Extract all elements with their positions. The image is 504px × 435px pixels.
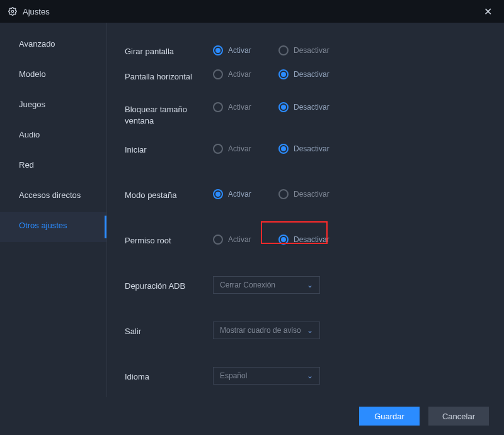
sidebar-item-red[interactable]: Red bbox=[0, 151, 106, 182]
setting-label: Idioma bbox=[125, 369, 213, 383]
select-exit[interactable]: Mostrar cuadro de aviso ⌄ bbox=[213, 322, 320, 339]
svg-point-0 bbox=[11, 10, 14, 13]
radio-label: Desactivar bbox=[294, 190, 331, 199]
select-value: Cerrar Conexión bbox=[220, 281, 275, 289]
row-locksize: Bloquear tamaño ventana Activar Desactiv… bbox=[125, 102, 486, 130]
select-value: Mostrar cuadro de aviso bbox=[220, 326, 301, 335]
settings-panel: Girar pantalla Activar Desactivar Pantal… bbox=[107, 23, 504, 397]
titlebar: Ajustes ✕ bbox=[0, 0, 504, 23]
radio-icon bbox=[278, 235, 289, 245]
sidebar-item-avanzado[interactable]: Avanzado bbox=[0, 30, 106, 61]
row-tabmode: Modo pestaña Activar Desactivar bbox=[125, 180, 486, 208]
setting-label: Permiso root bbox=[125, 233, 213, 246]
radio-icon bbox=[278, 102, 289, 112]
radio-deactivate[interactable]: Desactivar bbox=[278, 69, 331, 79]
radio-label: Activar bbox=[228, 103, 266, 112]
sidebar-item-otros[interactable]: Otros ajustes bbox=[0, 212, 106, 242]
radio-deactivate[interactable]: Desactivar bbox=[278, 235, 331, 245]
radio-label: Desactivar bbox=[294, 103, 331, 112]
cancel-button[interactable]: Cancelar bbox=[428, 407, 489, 426]
window-body: Avanzado Modelo Juegos Audio Red Accesos… bbox=[0, 23, 504, 397]
sidebar-item-label: Red bbox=[19, 160, 34, 170]
row-lang: Idioma Español ⌄ bbox=[125, 362, 486, 390]
setting-label: Pantalla horizontal bbox=[125, 69, 213, 83]
radio-group: Activar Desactivar bbox=[213, 102, 331, 112]
radio-activate[interactable]: Activar bbox=[213, 235, 266, 245]
radio-group: Activar Desactivar bbox=[213, 189, 331, 199]
row-adb: Depuración ADB Cerrar Conexión ⌄ bbox=[125, 271, 486, 299]
radio-label: Activar bbox=[228, 235, 266, 244]
row-rotate: Girar pantalla Activar Desactivar bbox=[125, 37, 486, 64]
sidebar-item-label: Accesos directos bbox=[19, 190, 81, 200]
sidebar: Avanzado Modelo Juegos Audio Red Accesos… bbox=[0, 23, 107, 397]
radio-icon bbox=[213, 144, 223, 154]
setting-label: Salir bbox=[125, 324, 213, 337]
radio-deactivate[interactable]: Desactivar bbox=[278, 189, 331, 199]
radio-icon bbox=[278, 45, 289, 55]
radio-group: Activar Desactivar bbox=[213, 144, 331, 154]
row-exit: Salir Mostrar cuadro de aviso ⌄ bbox=[125, 316, 486, 344]
radio-label: Desactivar bbox=[294, 70, 331, 79]
radio-label: Activar bbox=[228, 70, 266, 79]
row-start: Iniciar Activar Desactivar bbox=[125, 135, 486, 163]
radio-icon bbox=[278, 144, 289, 154]
sidebar-item-accesos[interactable]: Accesos directos bbox=[0, 182, 106, 212]
radio-activate[interactable]: Activar bbox=[213, 69, 266, 79]
sidebar-item-label: Audio bbox=[19, 130, 40, 139]
chevron-down-icon: ⌄ bbox=[307, 281, 313, 289]
row-root: Permiso root Activar Desactivar bbox=[125, 226, 486, 253]
radio-icon bbox=[278, 69, 289, 79]
gear-icon bbox=[8, 6, 18, 16]
radio-deactivate[interactable]: Desactivar bbox=[278, 45, 331, 55]
radio-deactivate[interactable]: Desactivar bbox=[278, 102, 331, 112]
radio-icon bbox=[213, 69, 223, 79]
radio-activate[interactable]: Activar bbox=[213, 45, 266, 55]
radio-activate[interactable]: Activar bbox=[213, 144, 266, 154]
chevron-down-icon: ⌄ bbox=[307, 371, 313, 380]
window-title: Ajustes bbox=[23, 7, 479, 16]
radio-icon bbox=[278, 189, 289, 199]
radio-label: Activar bbox=[228, 46, 266, 55]
setting-label: Depuración ADB bbox=[125, 279, 213, 292]
sidebar-item-label: Avanzado bbox=[19, 39, 55, 49]
radio-group: Activar Desactivar bbox=[213, 69, 331, 79]
radio-icon bbox=[213, 189, 223, 199]
setting-label: Bloquear tamaño ventana bbox=[125, 102, 213, 127]
radio-icon bbox=[213, 45, 223, 55]
radio-group: Activar Desactivar bbox=[213, 235, 331, 245]
radio-icon bbox=[213, 102, 223, 112]
select-adb[interactable]: Cerrar Conexión ⌄ bbox=[213, 276, 320, 294]
sidebar-item-label: Juegos bbox=[19, 100, 45, 109]
select-value: Español bbox=[220, 371, 247, 380]
select-lang[interactable]: Español ⌄ bbox=[213, 367, 320, 385]
setting-label: Girar pantalla bbox=[125, 44, 213, 57]
radio-label: Desactivar bbox=[294, 235, 331, 244]
sidebar-item-label: Otros ajustes bbox=[19, 221, 67, 230]
radio-label: Activar bbox=[228, 190, 266, 199]
radio-group: Activar Desactivar bbox=[213, 45, 331, 55]
row-landscape: Pantalla horizontal Activar Desactivar bbox=[125, 69, 486, 97]
setting-label: Modo pestaña bbox=[125, 188, 213, 201]
close-icon[interactable]: ✕ bbox=[479, 6, 496, 18]
chevron-down-icon: ⌄ bbox=[307, 326, 313, 335]
radio-label: Desactivar bbox=[294, 144, 331, 153]
sidebar-item-label: Modelo bbox=[19, 69, 46, 79]
radio-label: Activar bbox=[228, 144, 266, 153]
sidebar-item-audio[interactable]: Audio bbox=[0, 121, 106, 151]
settings-window: Ajustes ✕ Avanzado Modelo Juegos Audio R… bbox=[0, 0, 504, 435]
footer: Guardar Cancelar bbox=[0, 397, 504, 435]
radio-icon bbox=[213, 235, 223, 245]
radio-activate[interactable]: Activar bbox=[213, 189, 266, 199]
setting-label: Iniciar bbox=[125, 142, 213, 156]
radio-deactivate[interactable]: Desactivar bbox=[278, 144, 331, 154]
radio-label: Desactivar bbox=[294, 46, 331, 55]
radio-activate[interactable]: Activar bbox=[213, 102, 266, 112]
sidebar-item-modelo[interactable]: Modelo bbox=[0, 61, 106, 91]
sidebar-item-juegos[interactable]: Juegos bbox=[0, 91, 106, 121]
save-button[interactable]: Guardar bbox=[359, 407, 420, 426]
